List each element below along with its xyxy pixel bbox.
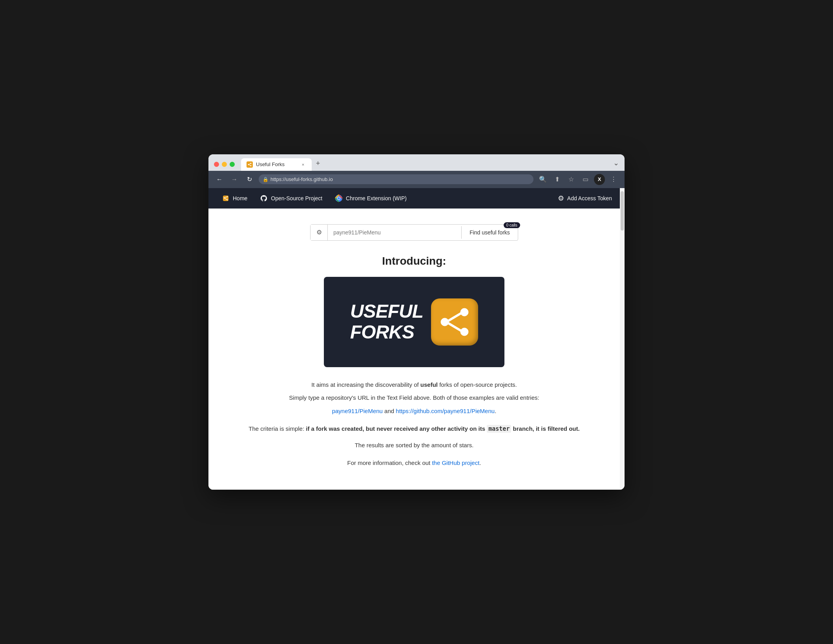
nav-opensource[interactable]: Open-Source Project xyxy=(254,191,328,205)
tab-title: Useful Forks xyxy=(256,161,297,167)
find-forks-button[interactable]: Find useful forks 0 calls xyxy=(461,226,518,239)
repo-link2[interactable]: https://github.com/payne911/PieMenu xyxy=(396,408,495,414)
tab-bar: Useful Forks × + xyxy=(241,158,609,171)
desc2-text: Simply type a repository's URL in the Te… xyxy=(289,394,539,401)
forward-button[interactable]: → xyxy=(229,174,240,185)
main-content: ⚙ Find useful forks 0 calls Introducing:… xyxy=(208,209,620,490)
home-icon xyxy=(222,194,230,202)
svg-point-15 xyxy=(460,308,468,316)
refresh-button[interactable]: ↻ xyxy=(244,174,255,185)
search-icon[interactable]: 🔍 xyxy=(537,174,548,185)
add-token-label: Add Access Token xyxy=(567,195,612,201)
svg-point-14 xyxy=(441,318,449,326)
chrome-icon xyxy=(335,194,343,202)
nav-chrome-ext-label: Chrome Extension (WIP) xyxy=(346,195,407,201)
tab-close-button[interactable]: × xyxy=(300,161,306,168)
back-button[interactable]: ← xyxy=(214,174,225,185)
github-project-link[interactable]: the GitHub project xyxy=(432,459,479,466)
title-bar: Useful Forks × + ⌄ xyxy=(208,154,625,171)
lock-icon: 🔒 xyxy=(263,177,269,182)
desc-paragraph-2: Simply type a repository's URL in the Te… xyxy=(289,393,539,403)
github-icon xyxy=(260,194,268,202)
logo-icon xyxy=(431,298,478,346)
search-settings-button[interactable]: ⚙ xyxy=(311,225,328,240)
desc-links: payne911/PieMenu and https://github.com/… xyxy=(289,406,539,416)
logo-text: USEFUL FORKS xyxy=(350,301,423,343)
bookmark-icon[interactable]: ☆ xyxy=(566,174,577,185)
svg-line-4 xyxy=(248,165,251,166)
tab-favicon xyxy=(247,161,253,168)
traffic-lights xyxy=(214,162,235,167)
search-input[interactable] xyxy=(328,226,461,239)
gear-icon: ⚙ xyxy=(558,194,564,203)
more-info: For more information, check out the GitH… xyxy=(347,459,481,466)
scrollbar-thumb[interactable] xyxy=(621,191,624,231)
criteria-section: The criteria is simple: if a fork was cr… xyxy=(248,425,579,432)
content-with-scrollbar: Home Open-Source Project xyxy=(208,188,625,490)
active-tab[interactable]: Useful Forks × xyxy=(241,158,312,171)
app-navbar: Home Open-Source Project xyxy=(208,188,620,209)
nav-chrome-ext[interactable]: Chrome Extension (WIP) xyxy=(329,191,412,205)
more-info-prefix: For more information, check out xyxy=(347,459,430,466)
desc-section: It aims at increasing the discoverabilit… xyxy=(289,380,539,419)
desc1-text: It aims at increasing the discoverabilit… xyxy=(311,381,418,388)
search-container: ⚙ Find useful forks 0 calls xyxy=(310,224,518,241)
more-info-suffix: . xyxy=(479,459,481,466)
window-more-button[interactable]: ⌄ xyxy=(613,159,619,167)
address-input[interactable] xyxy=(259,174,533,184)
address-bar-wrapper: 🔒 xyxy=(259,174,533,184)
desc1-rest: forks of open-source projects. xyxy=(439,381,517,388)
intro-title: Introducing: xyxy=(382,255,446,267)
app-logo-container: USEFUL FORKS xyxy=(324,277,504,367)
share-icon[interactable]: ⬆ xyxy=(552,174,563,185)
nav-home-label: Home xyxy=(233,195,247,201)
maximize-button[interactable] xyxy=(230,162,235,167)
close-button[interactable] xyxy=(214,162,219,167)
toolbar-icons: 🔍 ⬆ ☆ ▭ X ⋮ xyxy=(537,174,619,185)
new-tab-button[interactable]: + xyxy=(312,158,323,169)
address-bar: ← → ↻ 🔒 🔍 ⬆ ☆ ▭ X ⋮ xyxy=(208,171,625,188)
calls-badge: 0 calls xyxy=(504,222,520,228)
nav-home[interactable]: Home xyxy=(216,191,253,205)
add-token-button[interactable]: ⚙ Add Access Token xyxy=(558,194,612,203)
svg-rect-5 xyxy=(223,196,228,201)
extensions-icon[interactable]: ▭ xyxy=(580,174,591,185)
scrollbar-area xyxy=(620,188,625,490)
logo-line2: FORKS xyxy=(350,322,423,343)
settings-gear-icon: ⚙ xyxy=(316,229,322,236)
menu-icon[interactable]: ⋮ xyxy=(608,174,619,185)
desc-paragraph-1: It aims at increasing the discoverabilit… xyxy=(289,380,539,390)
content-area: Home Open-Source Project xyxy=(208,188,620,490)
criteria-prefix: The criteria is simple: xyxy=(248,425,304,432)
repo-link1[interactable]: payne911/PieMenu xyxy=(332,408,383,414)
find-forks-label: Find useful forks xyxy=(469,229,510,236)
svg-line-3 xyxy=(248,163,251,165)
svg-point-16 xyxy=(460,328,468,336)
link-and: and xyxy=(384,408,394,414)
logo-line1: USEFUL xyxy=(350,301,423,322)
desc1-bold: useful xyxy=(420,381,438,388)
svg-point-13 xyxy=(338,197,340,199)
sorted-text: The results are sorted by the amount of … xyxy=(355,442,474,448)
nav-items: Home Open-Source Project xyxy=(216,191,558,205)
minimize-button[interactable] xyxy=(222,162,227,167)
criteria-mono: master xyxy=(487,425,511,433)
browser-window: Useful Forks × + ⌄ ← → ↻ 🔒 🔍 ⬆ ☆ ▭ X ⋮ xyxy=(208,154,625,490)
criteria-bold: if a fork was created, but never receive… xyxy=(306,425,579,432)
profile-icon[interactable]: X xyxy=(594,174,605,185)
nav-opensource-label: Open-Source Project xyxy=(271,195,322,201)
